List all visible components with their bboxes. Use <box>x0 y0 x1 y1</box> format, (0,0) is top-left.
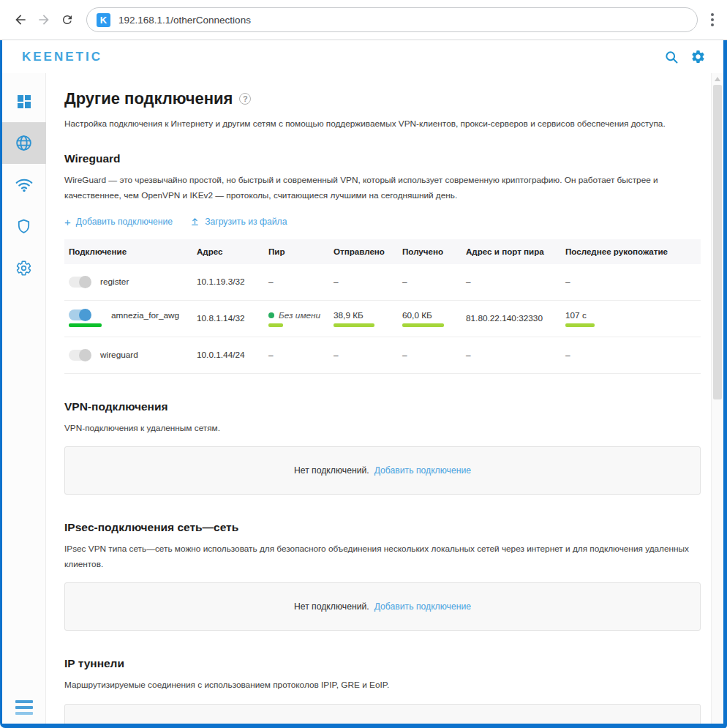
ipsec-section-title: IPsec-подключения сеть—сеть <box>64 521 711 534</box>
scrollbar[interactable] <box>711 73 723 724</box>
page-title-text: Другие подключения <box>64 89 233 108</box>
annotation-highlight <box>565 323 595 327</box>
wireguard-section-title: Wireguard <box>64 152 711 165</box>
vpn-add-connection-link[interactable]: Добавить подключение <box>374 465 471 476</box>
app-header: KEENETIC <box>2 40 723 73</box>
cell-peer: – <box>264 350 329 360</box>
wireguard-table: Подключение Адрес Пир Отправлено Получен… <box>64 239 701 374</box>
tunnels-empty-box: Нет подключений. Добавить подключение <box>64 704 701 724</box>
table-header-row: Подключение Адрес Пир Отправлено Получен… <box>64 239 701 264</box>
sidebar-item-security[interactable] <box>2 206 46 247</box>
col-header-endpoint: Адрес и порт пира <box>462 247 561 256</box>
browser-chrome: K 192.168.1.1/otherConnections <box>0 0 727 40</box>
annotation-highlight <box>334 323 374 327</box>
keenetic-logo: KEENETIC <box>22 50 102 64</box>
cell-received: – <box>398 350 462 360</box>
cell-peer: – <box>264 277 329 287</box>
sidebar-item-internet[interactable] <box>2 122 46 164</box>
search-icon[interactable] <box>664 50 679 64</box>
page-description: Настройка подключения к Интернету и друг… <box>64 117 708 130</box>
cell-address: 10.1.19.3/32 <box>192 277 264 287</box>
browser-reload-button[interactable] <box>56 8 79 31</box>
empty-text: Нет подключений. <box>294 723 369 724</box>
table-row-register: register 10.1.19.3/32 – – – – – <box>64 264 701 301</box>
forward-arrow-icon <box>37 12 51 27</box>
col-header-connection: Подключение <box>64 247 192 256</box>
annotation-highlight <box>402 323 444 327</box>
connection-toggle[interactable] <box>69 277 91 288</box>
cell-address: 10.0.1.44/24 <box>192 350 264 360</box>
vpn-section-title: VPN-подключения <box>64 400 711 413</box>
ipsec-empty-box: Нет подключений. Добавить подключение <box>64 582 701 631</box>
cell-endpoint: 81.80.22.140:32330 <box>462 313 561 323</box>
annotation-highlight <box>268 323 283 327</box>
add-connection-label: Добавить подключение <box>76 217 173 227</box>
site-favicon: K <box>97 13 110 27</box>
tunnels-add-connection-link[interactable]: Добавить подключение <box>374 723 471 724</box>
cell-sent: – <box>329 350 398 360</box>
col-header-sent: Отправлено <box>329 247 398 256</box>
connection-name[interactable]: wireguard <box>100 350 138 360</box>
cell-handshake: – <box>561 350 701 360</box>
sidebar-item-dashboard[interactable] <box>2 80 46 122</box>
empty-text: Нет подключений. <box>294 601 369 612</box>
gear-icon[interactable] <box>690 49 706 64</box>
cell-received: – <box>398 277 462 287</box>
load-from-file-button[interactable]: Загрузить из файла <box>190 216 287 228</box>
browser-back-button[interactable] <box>9 8 32 31</box>
plus-icon: + <box>64 216 71 228</box>
upload-icon <box>190 217 200 227</box>
ipsec-add-connection-link[interactable]: Добавить подключение <box>374 601 471 612</box>
connection-toggle[interactable] <box>69 309 91 320</box>
cell-handshake: – <box>561 277 701 287</box>
cell-address: 10.8.1.14/32 <box>192 313 264 323</box>
col-header-address: Адрес <box>192 247 264 256</box>
app-window: KEENETIC <box>0 40 727 728</box>
cell-received: 60,0 КБ <box>402 310 462 320</box>
tunnels-description: Маршрутизируемые соединения с использова… <box>64 678 708 693</box>
dashboard-icon <box>15 93 33 110</box>
help-icon[interactable]: ? <box>239 93 251 105</box>
cell-sent: – <box>329 277 398 287</box>
connection-name[interactable]: register <box>100 277 129 287</box>
browser-menu-button[interactable] <box>707 9 718 31</box>
sidebar-item-settings[interactable] <box>2 247 46 289</box>
vpn-empty-box: Нет подключений. Добавить подключение <box>64 446 701 495</box>
reload-icon <box>61 13 74 26</box>
sidebar <box>2 73 46 724</box>
menu-hamburger-icon[interactable] <box>15 700 33 715</box>
wireguard-description: WireGuard — это чрезвычайно простой, но … <box>64 173 708 203</box>
shield-icon <box>15 218 32 235</box>
settings-gear-icon <box>15 260 32 277</box>
annotation-highlight <box>69 323 102 327</box>
col-header-handshake: Последнее рукопожатие <box>561 247 701 256</box>
scrollbar-up-arrow[interactable] <box>715 77 720 81</box>
tunnels-section-title: IP туннели <box>64 657 711 670</box>
vpn-description: VPN-подключения к удаленным сетям. <box>64 421 708 436</box>
sidebar-item-wifi[interactable] <box>2 164 46 206</box>
cell-endpoint: – <box>462 350 561 360</box>
address-bar[interactable]: K 192.168.1.1/otherConnections <box>86 7 698 32</box>
page-title: Другие подключения ? <box>64 89 711 108</box>
connection-name[interactable]: amnezia_for_awg <box>111 310 179 320</box>
cell-handshake: 107 с <box>565 310 701 320</box>
cell-peer: Без имени <box>279 310 320 320</box>
browser-forward-button[interactable] <box>32 8 56 31</box>
add-connection-button[interactable]: + Добавить подключение <box>64 216 173 228</box>
col-header-peer: Пир <box>264 247 329 256</box>
empty-text: Нет подключений. <box>294 465 369 476</box>
scrollbar-thumb[interactable] <box>713 85 722 399</box>
connection-toggle[interactable] <box>69 350 91 361</box>
url-text: 192.168.1.1/otherConnections <box>118 15 251 26</box>
cell-endpoint: – <box>462 277 561 287</box>
load-from-file-label: Загрузить из файла <box>205 217 287 227</box>
main-content: Другие подключения ? Настройка подключен… <box>46 73 711 724</box>
ipsec-description: IPsec VPN типа сеть—сеть можно использов… <box>64 541 708 571</box>
cell-sent: 38,9 КБ <box>334 310 398 320</box>
peer-online-dot <box>268 312 274 318</box>
globe-icon <box>15 134 33 152</box>
table-row-wireguard: wireguard 10.0.1.44/24 – – – – – <box>64 337 701 374</box>
table-row-amnezia: amnezia_for_awg 10.8.1.14/32 Без имени <box>64 301 701 337</box>
wifi-icon <box>15 176 34 195</box>
back-arrow-icon <box>13 12 28 27</box>
